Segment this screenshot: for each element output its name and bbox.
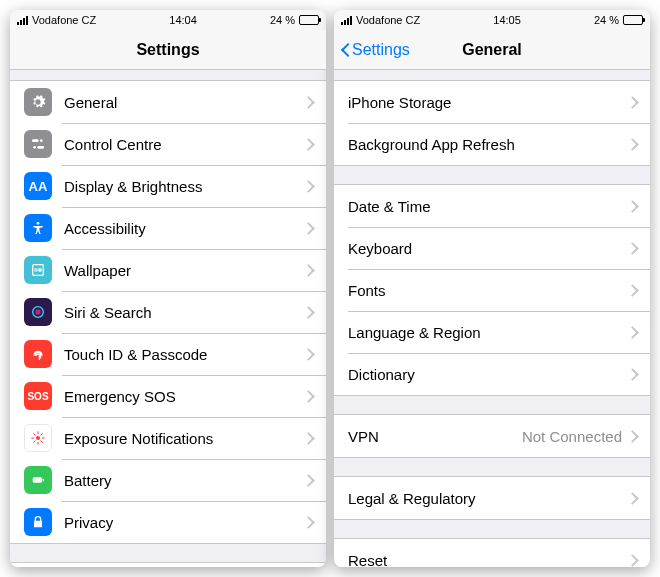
row-battery[interactable]: Battery [10, 459, 326, 501]
svg-rect-2 [37, 146, 44, 149]
wallpaper-icon [24, 256, 52, 284]
row-vpn[interactable]: VPNNot Connected [334, 415, 650, 457]
row-label: General [64, 94, 304, 111]
battery-percent: 24 % [594, 14, 619, 26]
svg-rect-19 [33, 477, 42, 482]
row-label: Display & Brightness [64, 178, 304, 195]
row-touch-id[interactable]: Touch ID & Passcode [10, 333, 326, 375]
row-label: Date & Time [348, 198, 628, 215]
row-itunes-app-store[interactable]: iTunes & App Store [10, 563, 326, 567]
row-date-time[interactable]: Date & Time [334, 185, 650, 227]
row-label: Battery [64, 472, 304, 489]
row-siri-search[interactable]: Siri & Search [10, 291, 326, 333]
battery-icon [623, 15, 643, 25]
row-label: Language & Region [348, 324, 628, 341]
chevron-right-icon [304, 180, 312, 192]
signal-icon [341, 16, 352, 25]
svg-point-1 [40, 139, 43, 142]
svg-point-10 [36, 436, 40, 440]
page-title: General [462, 41, 522, 59]
row-general[interactable]: General [10, 81, 326, 123]
row-language-region[interactable]: Language & Region [334, 311, 650, 353]
battery-icon [24, 466, 52, 494]
chevron-right-icon [304, 390, 312, 402]
row-reset[interactable]: Reset [334, 539, 650, 567]
chevron-right-icon [628, 492, 636, 504]
access-icon [24, 214, 52, 242]
carrier-label: Vodafone CZ [32, 14, 96, 26]
settings-list[interactable]: GeneralControl CentreAADisplay & Brightn… [10, 70, 326, 567]
chevron-right-icon [304, 222, 312, 234]
row-label: VPN [348, 428, 522, 445]
chevron-right-icon [628, 326, 636, 338]
switches-icon [24, 130, 52, 158]
gear-icon [24, 88, 52, 116]
signal-icon [17, 16, 28, 25]
row-privacy[interactable]: Privacy [10, 501, 326, 543]
exposure-icon [24, 424, 52, 452]
chevron-right-icon [304, 138, 312, 150]
row-legal-regulatory[interactable]: Legal & Regulatory [334, 477, 650, 519]
row-label: Emergency SOS [64, 388, 304, 405]
general-list[interactable]: iPhone StorageBackground App RefreshDate… [334, 70, 650, 567]
row-control-centre[interactable]: Control Centre [10, 123, 326, 165]
svg-rect-0 [32, 139, 39, 142]
row-label: Legal & Regulatory [348, 490, 628, 507]
status-time: 14:05 [493, 14, 521, 26]
row-label: Background App Refresh [348, 136, 628, 153]
back-button[interactable]: Settings [340, 41, 410, 59]
chevron-right-icon [628, 200, 636, 212]
row-label: Touch ID & Passcode [64, 346, 304, 363]
row-label: Accessibility [64, 220, 304, 237]
sos-icon: SOS [24, 382, 52, 410]
chevron-right-icon [304, 348, 312, 360]
chevron-left-icon [340, 42, 350, 58]
svg-point-7 [38, 268, 42, 272]
touchid-icon [24, 340, 52, 368]
row-label: Privacy [64, 514, 304, 531]
svg-rect-20 [43, 479, 44, 482]
chevron-right-icon [628, 368, 636, 380]
row-label: Wallpaper [64, 262, 304, 279]
chevron-right-icon [304, 96, 312, 108]
chevron-right-icon [628, 138, 636, 150]
chevron-right-icon [628, 242, 636, 254]
aa-icon: AA [24, 172, 52, 200]
row-background-refresh[interactable]: Background App Refresh [334, 123, 650, 165]
chevron-right-icon [628, 284, 636, 296]
svg-line-17 [33, 441, 35, 443]
row-label: Keyboard [348, 240, 628, 257]
row-label: Siri & Search [64, 304, 304, 321]
svg-point-4 [37, 222, 40, 225]
row-display-brightness[interactable]: AADisplay & Brightness [10, 165, 326, 207]
row-exposure[interactable]: Exposure Notifications [10, 417, 326, 459]
battery-percent: 24 % [270, 14, 295, 26]
row-label: iPhone Storage [348, 94, 628, 111]
chevron-right-icon [628, 430, 636, 442]
row-iphone-storage[interactable]: iPhone Storage [334, 81, 650, 123]
svg-point-6 [34, 268, 38, 272]
row-label: Control Centre [64, 136, 304, 153]
row-fonts[interactable]: Fonts [334, 269, 650, 311]
row-accessibility[interactable]: Accessibility [10, 207, 326, 249]
row-wallpaper[interactable]: Wallpaper [10, 249, 326, 291]
privacy-icon [24, 508, 52, 536]
row-keyboard[interactable]: Keyboard [334, 227, 650, 269]
row-dictionary[interactable]: Dictionary [334, 353, 650, 395]
carrier-label: Vodafone CZ [356, 14, 420, 26]
chevron-right-icon [304, 432, 312, 444]
chevron-right-icon [304, 306, 312, 318]
row-value: Not Connected [522, 428, 622, 445]
status-bar: Vodafone CZ 14:05 24 % [334, 10, 650, 30]
status-bar: Vodafone CZ 14:04 24 % [10, 10, 326, 30]
chevron-right-icon [628, 96, 636, 108]
row-label: Fonts [348, 282, 628, 299]
battery-icon [299, 15, 319, 25]
chevron-right-icon [304, 516, 312, 528]
svg-line-15 [33, 433, 35, 435]
row-emergency-sos[interactable]: SOSEmergency SOS [10, 375, 326, 417]
status-time: 14:04 [169, 14, 197, 26]
chevron-right-icon [628, 554, 636, 566]
phone-general: Vodafone CZ 14:05 24 % Settings General … [334, 10, 650, 567]
row-label: Reset [348, 552, 628, 568]
